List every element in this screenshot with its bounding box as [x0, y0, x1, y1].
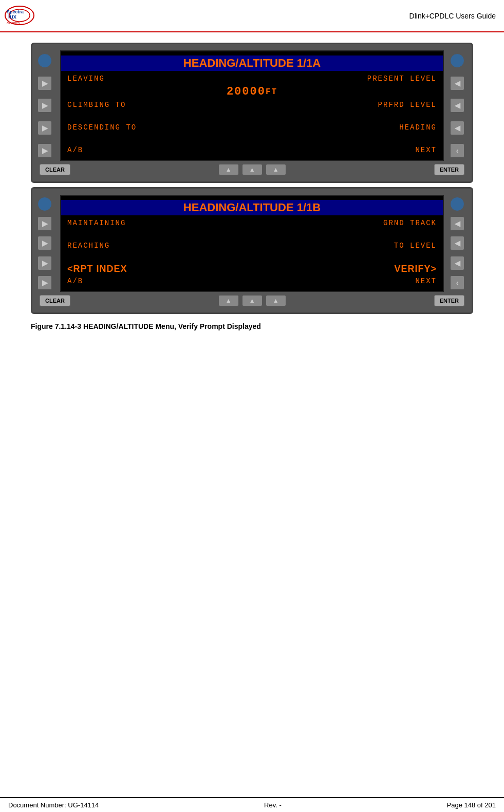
screen-row-1-blank2: [61, 133, 443, 144]
play-button-l1[interactable]: ▶: [38, 76, 52, 90]
device-panel-1: ▶ ▶ ▶ ▶ HEADING/ALTITUDE 1/1A LEAVING PR…: [31, 43, 473, 183]
play-button-r3[interactable]: ◀: [450, 121, 464, 135]
device-panel-2: ▶ ▶ ▶ ▶ HEADING/ALTITUDE 1/1B MAINTAININ…: [31, 187, 473, 314]
screen-row-1-3: CLIMBING TO PRFRD LEVEL: [61, 99, 443, 110]
clear-button-1[interactable]: CLEAR: [40, 164, 70, 175]
figure-caption: Figure 7.1.14-3 HEADING/ALTITUDE Menu, V…: [31, 322, 473, 330]
play-button-r4[interactable]: ‹: [450, 143, 464, 158]
screen-row-2-blank1: [61, 229, 443, 240]
play-button-2r3[interactable]: ◀: [450, 256, 464, 270]
play-button-2l1[interactable]: ▶: [38, 216, 52, 231]
blue-button-top-left-1[interactable]: [38, 53, 52, 68]
header-title: Dlink+CPDLC Users Guide: [409, 12, 496, 20]
svg-text:avionics: avionics: [7, 21, 20, 25]
play-button-2l4[interactable]: ▶: [38, 275, 52, 290]
row3-right: PRFRD LEVEL: [378, 101, 437, 109]
arrow-up-3[interactable]: ▲: [266, 164, 286, 175]
play-button-l4[interactable]: ▶: [38, 143, 52, 158]
blue-button-top-right-2[interactable]: [450, 197, 464, 211]
logo-svg: Spectra lux avionics: [4, 4, 66, 27]
row3-left: CLIMBING TO: [67, 101, 126, 109]
screen-row-1-2: 20000FT: [61, 84, 443, 99]
screen-row-2-blank2: [61, 251, 443, 263]
screen-1: HEADING/ALTITUDE 1/1A LEAVING PRESENT LE…: [60, 50, 444, 161]
play-button-l3[interactable]: ▶: [38, 121, 52, 135]
row5-left: A/B: [67, 146, 83, 154]
play-button-2l3[interactable]: ▶: [38, 256, 52, 270]
screen-row-2-1: MAINTAINING GRND TRACK: [61, 217, 443, 229]
bottom-buttons-2: CLEAR ▲ ▲ ▲ ENTER: [38, 295, 466, 306]
screen-row-1-blank1: [61, 110, 443, 122]
row5-right: NEXT: [415, 146, 437, 154]
arrow-up-1[interactable]: ▲: [218, 164, 239, 175]
row4-left: DESCENDING TO: [67, 123, 137, 132]
screen-row-2-2: REACHING TO LEVEL: [61, 240, 443, 251]
play-button-2l2[interactable]: ▶: [38, 236, 52, 250]
arrow-up-2-3[interactable]: ▲: [266, 295, 286, 306]
enter-button-2[interactable]: ENTER: [434, 295, 464, 306]
left-buttons-2: ▶ ▶ ▶ ▶: [38, 195, 54, 292]
panel-row-2: ▶ ▶ ▶ ▶ HEADING/ALTITUDE 1/1B MAINTAININ…: [38, 195, 466, 292]
page-header: Spectra lux avionics Dlink+CPDLC Users G…: [0, 0, 504, 32]
p2-row2-right: TO LEVEL: [394, 242, 437, 250]
p2-row2-left: REACHING: [67, 242, 110, 250]
screen-title-1: HEADING/ALTITUDE 1/1A: [61, 56, 443, 71]
p2-row3-left: <RPT INDEX: [67, 264, 127, 274]
bottom-arrows-2: ▲ ▲ ▲: [72, 295, 432, 306]
bottom-arrows-1: ▲ ▲ ▲: [72, 164, 432, 175]
right-buttons-2: ◀ ◀ ◀ ‹: [450, 195, 466, 292]
arrow-up-2-1[interactable]: ▲: [218, 295, 239, 306]
main-content: ▶ ▶ ▶ ▶ HEADING/ALTITUDE 1/1A LEAVING PR…: [0, 32, 504, 341]
left-buttons-1: ▶ ▶ ▶ ▶: [38, 50, 54, 161]
screen-row-2-3: <RPT INDEX VERIFY>: [61, 263, 443, 275]
arrow-up-2[interactable]: ▲: [242, 164, 263, 175]
clear-button-2[interactable]: CLEAR: [40, 295, 70, 306]
doc-number: Document Number: UG-14114: [8, 801, 99, 809]
altitude-value: 20000: [227, 85, 266, 98]
enter-button-1[interactable]: ENTER: [434, 164, 464, 175]
play-button-r2[interactable]: ◀: [450, 98, 464, 113]
play-button-l2[interactable]: ▶: [38, 98, 52, 113]
play-button-2r1[interactable]: ◀: [450, 216, 464, 231]
page-footer: Document Number: UG-14114 Rev. - Page 14…: [0, 797, 504, 812]
screen-2: HEADING/ALTITUDE 1/1B MAINTAINING GRND T…: [60, 195, 444, 292]
panel-row-1: ▶ ▶ ▶ ▶ HEADING/ALTITUDE 1/1A LEAVING PR…: [38, 50, 466, 161]
blue-button-top-right-1[interactable]: [450, 53, 464, 68]
p2-row4-right: NEXT: [415, 277, 437, 285]
p2-row1-right: GRND TRACK: [383, 219, 437, 227]
arrow-up-2-2[interactable]: ▲: [242, 295, 263, 306]
logo: Spectra lux avionics: [4, 4, 66, 27]
p2-row3-right: VERIFY>: [394, 264, 437, 274]
screen-row-1-4: DESCENDING TO HEADING: [61, 122, 443, 133]
row4-right: HEADING: [399, 123, 437, 132]
play-button-r1[interactable]: ◀: [450, 76, 464, 90]
screen-row-2-4: A/B NEXT: [61, 275, 443, 287]
rev-label: Rev. -: [264, 801, 282, 809]
right-buttons-1: ◀ ◀ ◀ ‹: [450, 50, 466, 161]
screen-title-2: HEADING/ALTITUDE 1/1B: [61, 200, 443, 215]
blue-button-top-left-2[interactable]: [38, 197, 52, 211]
bottom-buttons-1: CLEAR ▲ ▲ ▲ ENTER: [38, 164, 466, 175]
row1-right: PRESENT LEVEL: [367, 75, 437, 83]
screen-row-1-5: A/B NEXT: [61, 144, 443, 156]
screen-row-1-1: LEAVING PRESENT LEVEL: [61, 73, 443, 84]
row1-left: LEAVING: [67, 75, 105, 83]
svg-text:lux: lux: [8, 13, 17, 20]
page-number: Page 148 of 201: [447, 801, 496, 809]
play-button-2r4[interactable]: ‹: [450, 275, 464, 290]
p2-row4-left: A/B: [67, 277, 83, 285]
p2-row1-left: MAINTAINING: [67, 219, 126, 227]
altitude-unit: FT: [266, 87, 277, 97]
play-button-2r2[interactable]: ◀: [450, 236, 464, 250]
